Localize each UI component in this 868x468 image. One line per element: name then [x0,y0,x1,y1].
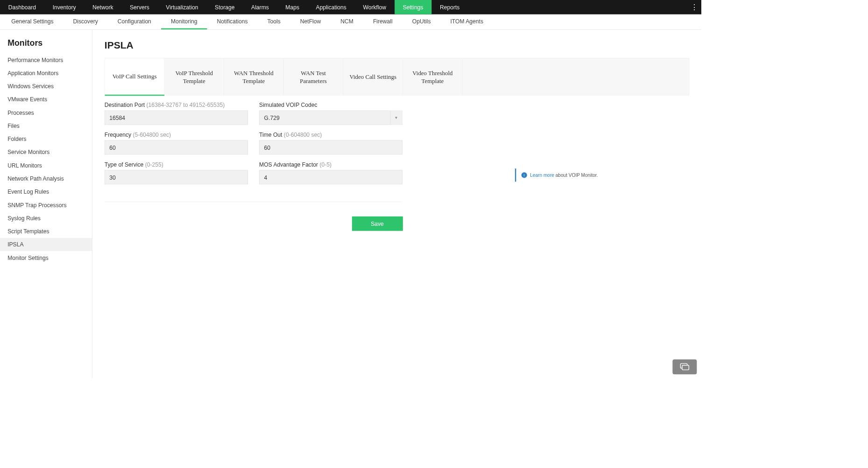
nav-tab-applications[interactable]: Applications [308,0,355,14]
content-tab-video-threshold-template[interactable]: Video Threshold Template [403,58,463,96]
sidebar-item-syslog-rules[interactable]: Syslog Rules [0,211,92,224]
sidebar-title: Monitors [0,38,92,53]
subnav-tab-netflow[interactable]: NetFlow [290,14,331,29]
sidebar-item-url-monitors[interactable]: URL Monitors [0,159,92,172]
subnav-tab-notifications[interactable]: Notifications [207,14,257,29]
dest-port-label: Destination Port (16384-32767 to 49152-6… [105,102,248,108]
svg-rect-1 [682,365,689,370]
sidebar-item-folders[interactable]: Folders [0,133,92,146]
content-tab-wan-test-parameters[interactable]: WAN Test Parameters [284,58,344,96]
sidebar-item-snmp-trap-processors[interactable]: SNMP Trap Processors [0,198,92,211]
codec-label: Simulated VOIP Codec [259,102,402,108]
info-text: about VOIP Monitor. [554,173,598,178]
kebab-menu-icon[interactable]: ⋮ [688,0,701,14]
frequency-label: Frequency (5-604800 sec) [105,132,248,138]
subnav-tab-configuration[interactable]: Configuration [108,14,161,29]
subnav-tab-general-settings[interactable]: General Settings [1,14,63,29]
sidebar-item-service-monitors[interactable]: Service Monitors [0,146,92,159]
learn-more-link[interactable]: Learn more [530,173,554,178]
tos-input[interactable] [105,170,248,184]
frequency-input[interactable] [105,140,248,155]
page-title: IPSLA [105,40,689,51]
nav-tab-virtualization[interactable]: Virtualization [158,0,207,14]
subnav-tab-discovery[interactable]: Discovery [64,14,108,29]
sidebar-item-network-path-analysis[interactable]: Network Path Analysis [0,172,92,185]
nav-tab-dashboard[interactable]: Dashboard [0,0,44,14]
codec-select[interactable] [259,111,402,125]
subnav-tab-tools[interactable]: Tools [258,14,290,29]
nav-tab-reports[interactable]: Reports [431,0,468,14]
mos-input[interactable] [259,170,402,184]
subnav-tab-ncm[interactable]: NCM [331,14,363,29]
sidebar-item-performance-monitors[interactable]: Performance Monitors [0,53,92,66]
save-button[interactable]: Save [352,217,402,231]
subnav-tab-monitoring[interactable]: Monitoring [161,14,207,29]
nav-tab-storage[interactable]: Storage [206,0,243,14]
nav-tab-workflow[interactable]: Workflow [355,0,395,14]
content-tab-voip-threshold-template[interactable]: VoIP Threshold Template [164,58,224,96]
sidebar-item-processes[interactable]: Processes [0,106,92,119]
content-tab-video-call-settings[interactable]: Video Call Settings [343,58,403,96]
dest-port-input[interactable] [105,111,248,125]
timeout-label: Time Out (0-604800 sec) [259,132,402,138]
content-tab-voip-call-settings[interactable]: VoIP Call Settings [105,58,165,96]
sidebar-item-application-monitors[interactable]: Application Monitors [0,66,92,79]
timeout-input[interactable] [259,140,402,155]
subnav-tab-itom-agents[interactable]: ITOM Agents [440,14,493,29]
sidebar-item-script-templates[interactable]: Script Templates [0,225,92,238]
nav-tab-maps[interactable]: Maps [277,0,308,14]
info-icon: i [522,172,527,178]
sidebar-item-ipsla[interactable]: IPSLA [0,238,92,251]
sidebar-item-windows-services[interactable]: Windows Services [0,79,92,92]
nav-tab-settings[interactable]: Settings [395,0,431,14]
nav-tab-inventory[interactable]: Inventory [44,0,84,14]
primary-nav: DashboardInventoryNetworkServersVirtuali… [0,0,701,14]
nav-tab-servers[interactable]: Servers [121,0,157,14]
content-tabs: VoIP Call SettingsVoIP Threshold Templat… [105,58,689,96]
tos-label: Type of Service (0-255) [105,161,248,168]
mos-label: MOS Advantage Factor (0-5) [259,161,402,168]
sidebar-item-monitor-settings[interactable]: Monitor Settings [0,251,92,264]
subnav-tab-oputils[interactable]: OpUtils [402,14,441,29]
subnav-tab-firewall[interactable]: Firewall [363,14,402,29]
sidebar-item-event-log-rules[interactable]: Event Log Rules [0,185,92,198]
main-content: IPSLA VoIP Call SettingsVoIP Threshold T… [92,30,701,378]
content-tab-wan-threshold-template[interactable]: WAN Threshold Template [224,58,284,96]
sidebar: Monitors Performance MonitorsApplication… [0,30,92,378]
sidebar-item-vmware-events[interactable]: VMware Events [0,93,92,106]
info-box: i Learn more about VOIP Monitor. [515,168,602,182]
nav-tab-network[interactable]: Network [84,0,121,14]
nav-tab-alarms[interactable]: Alarms [243,0,277,14]
sidebar-item-files[interactable]: Files [0,119,92,132]
chat-icon[interactable] [672,359,697,374]
secondary-nav: General SettingsDiscoveryConfigurationMo… [0,14,701,30]
